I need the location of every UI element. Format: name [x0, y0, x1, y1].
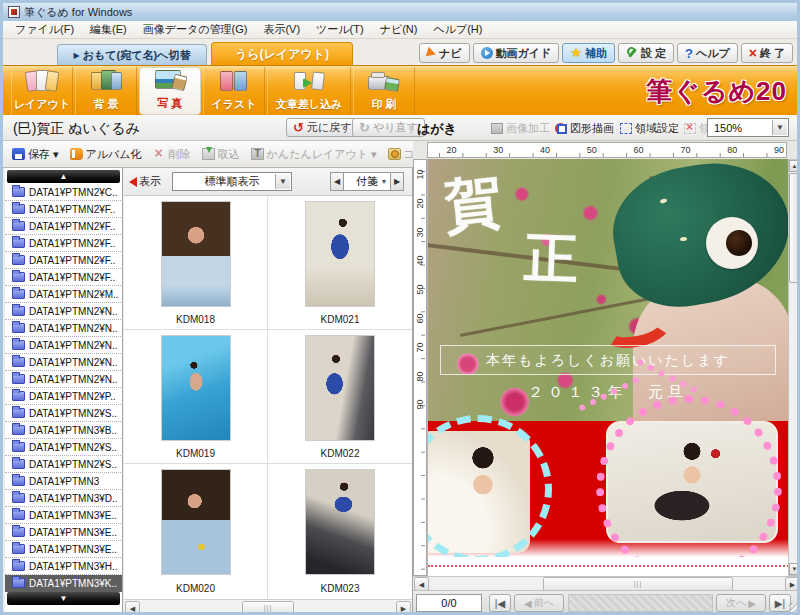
scroll-down-button[interactable]: ▼: [789, 563, 800, 575]
card-canvas[interactable]: 賀 正 本年もよろしくお願いいたします ２０１３年 元旦: [427, 159, 788, 576]
menu-item[interactable]: ヘルプ(H): [425, 22, 490, 37]
scroll-left-button[interactable]: ◀: [414, 577, 429, 591]
menu-item[interactable]: 表示(V): [255, 22, 308, 37]
tag-prev-button[interactable]: ◀: [330, 172, 344, 191]
scroll-right-button[interactable]: ▶: [785, 577, 800, 591]
folder-list-item[interactable]: DATA1¥PTMN3¥B..: [5, 422, 123, 439]
last-page-button[interactable]: ▶|: [769, 594, 791, 612]
folder-list-item[interactable]: DATA1¥PTMN2¥C..: [5, 184, 123, 201]
folder-label: DATA1¥PTMN3¥E..: [29, 544, 117, 555]
photo-thumbnail-cell[interactable]: KDM021: [268, 196, 412, 330]
image-edit-button[interactable]: 画像加工: [491, 120, 550, 136]
tab-switch-front[interactable]: ▶ おもて(宛て名)へ切替: [57, 44, 207, 65]
photo-thumbnail-cell[interactable]: KDM023: [268, 464, 412, 598]
headline-gashou-char2[interactable]: 正: [523, 222, 580, 297]
folder-list-item[interactable]: DATA1¥PTMN2¥N..: [5, 303, 123, 320]
page-counter-field[interactable]: 0/0: [416, 594, 482, 612]
headline-gashou-char1[interactable]: 賀: [440, 162, 506, 246]
greeting-text-box[interactable]: 本年もよろしくお願いいたします: [440, 345, 776, 375]
delete-button[interactable]: 削除: [148, 143, 196, 165]
exit-button[interactable]: ×終 了: [741, 43, 793, 63]
folder-label: DATA1¥PTMN2¥N..: [29, 374, 118, 385]
easy-layout-button[interactable]: かんたんレイアウト ▾: [246, 143, 382, 165]
save-button[interactable]: 保存 ▾: [7, 143, 64, 165]
navi-button[interactable]: ナビ: [419, 43, 470, 63]
title-bar[interactable]: 筆ぐるめ for Windows: [3, 3, 797, 21]
scroll-up-button[interactable]: ▲: [789, 160, 800, 172]
navigation-spacer: [568, 594, 713, 612]
folder-list-item[interactable]: DATA1¥PTMN2¥F..: [5, 201, 123, 218]
settings-button[interactable]: 設 定: [618, 43, 674, 63]
sort-order-select[interactable]: 標準順表示 ▼: [172, 172, 292, 191]
previous-page-button[interactable]: ◀ 前へ: [514, 594, 564, 612]
tag-next-button[interactable]: ▶: [390, 172, 404, 191]
scrollbar-thumb[interactable]: |||: [242, 601, 294, 615]
redo-button[interactable]: ↻ やり直す: [352, 118, 425, 137]
folder-list-item[interactable]: DATA1¥PTMN2¥F..: [5, 235, 123, 252]
folder-list-item[interactable]: DATA1¥PTMN3¥D..: [5, 490, 123, 507]
undo-button[interactable]: ↺ 元に戻す: [286, 118, 358, 137]
help-button[interactable]: ?ヘルプ: [677, 43, 738, 63]
first-page-button[interactable]: |◀: [489, 594, 511, 612]
scrollbar-thumb[interactable]: [789, 173, 800, 283]
menu-item[interactable]: 編集(E): [82, 22, 135, 37]
tab-back-layout[interactable]: うら(レイアウト): [211, 42, 353, 65]
folder-icon: [12, 578, 25, 588]
photo-thumbnail-cell[interactable]: KDM022: [268, 330, 412, 464]
toolbar-item-print[interactable]: 印 刷: [353, 67, 415, 115]
folder-list-item[interactable]: DATA1¥PTMN2¥M..: [5, 286, 123, 303]
photo-thumbnail-cell[interactable]: KDM019: [124, 330, 268, 464]
scrollbar-thumb[interactable]: |||: [543, 577, 733, 591]
albumize-button[interactable]: アルバム化: [65, 143, 147, 165]
resize-grip[interactable]: [789, 603, 800, 614]
import-button[interactable]: 取込: [197, 143, 245, 165]
menu-item[interactable]: ファイル(F): [7, 22, 82, 37]
folder-list-item[interactable]: DATA1¥PTMN3¥K..: [5, 575, 123, 592]
folder-list-item[interactable]: DATA1¥PTMN2¥N..: [5, 337, 123, 354]
tag-select[interactable]: 付箋 ▼: [344, 172, 390, 191]
skip-last-icon: ▶|: [775, 598, 785, 609]
folder-list-item[interactable]: DATA1¥PTMN2¥N..: [5, 320, 123, 337]
folder-list-item[interactable]: DATA1¥PTMN2¥F..: [5, 218, 123, 235]
menu-item[interactable]: ナビ(N): [372, 22, 426, 37]
folder-icon: [12, 391, 25, 401]
photo-thumbnail-cell[interactable]: KDM018: [124, 196, 268, 330]
folder-list-item[interactable]: DATA1¥PTMN2¥S..: [5, 439, 123, 456]
toolbar-item-text-merge[interactable]: 文章差し込み: [267, 67, 351, 115]
app-logo: 筆ぐるめ20: [646, 74, 787, 109]
folder-icon: [12, 340, 25, 350]
scroll-left-button[interactable]: ◀: [125, 601, 140, 615]
folder-list-item[interactable]: DATA1¥PTMN2¥F..: [5, 269, 123, 286]
folder-list-item[interactable]: DATA1¥PTMN2¥S..: [5, 405, 123, 422]
menu-item[interactable]: ツール(T): [308, 22, 372, 37]
toolbar-item-background[interactable]: 背 景: [75, 67, 137, 115]
folder-scroll-down-button[interactable]: ▼: [7, 592, 120, 605]
folder-list-item[interactable]: DATA1¥PTMN2¥F..: [5, 252, 123, 269]
folder-list-item[interactable]: DATA1¥PTMN3¥E..: [5, 541, 123, 558]
video-guide-button[interactable]: 動画ガイド: [473, 43, 560, 63]
folder-icon: [12, 544, 25, 554]
folder-list-item[interactable]: DATA1¥PTMN3: [5, 473, 123, 490]
scroll-right-button[interactable]: ▶: [396, 601, 411, 615]
view-toggle-button[interactable]: 表示: [129, 174, 161, 189]
folder-list-item[interactable]: DATA1¥PTMN3¥E..: [5, 507, 123, 524]
region-setting-button[interactable]: 領域設定: [620, 120, 679, 136]
toolbar-item-layout[interactable]: レイアウト: [11, 67, 73, 115]
folder-scroll-up-button[interactable]: ▲: [7, 170, 120, 183]
folder-list-item[interactable]: DATA1¥PTMN2¥P..: [5, 388, 123, 405]
folder-list-item[interactable]: DATA1¥PTMN2¥S..: [5, 456, 123, 473]
photo-thumbnail-label: KDM022: [268, 448, 412, 459]
zoom-select[interactable]: 150% ▼: [707, 118, 789, 137]
shape-draw-button[interactable]: 図形描画: [555, 120, 614, 136]
folder-list-item[interactable]: DATA1¥PTMN3¥E..: [5, 524, 123, 541]
photo-thumbnail-cell[interactable]: KDM020: [124, 464, 268, 598]
toolbar-item-photo[interactable]: 写 真: [139, 67, 201, 115]
folder-list-item[interactable]: DATA1¥PTMN2¥N..: [5, 371, 123, 388]
toolbar-item-illustration[interactable]: イラスト: [203, 67, 265, 115]
assist-button[interactable]: ★補助: [562, 43, 615, 63]
folder-list-item[interactable]: DATA1¥PTMN3¥H..: [5, 558, 123, 575]
menu-item[interactable]: 画像データの管理(G): [135, 22, 256, 37]
folder-list-item[interactable]: DATA1¥PTMN2¥N..: [5, 354, 123, 371]
next-page-button[interactable]: 次へ ▶: [716, 594, 766, 612]
folder-list: DATA1¥PTMN2¥C.. DATA1¥PTMN2¥F.. DATA1¥PT…: [5, 184, 123, 592]
